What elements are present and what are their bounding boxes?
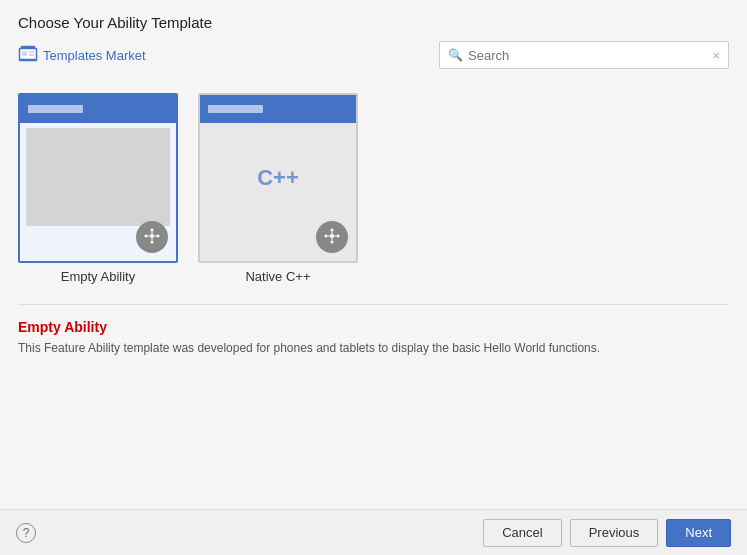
empty-ability-badge xyxy=(136,221,168,253)
svg-point-19 xyxy=(337,234,340,237)
description-text: This Feature Ability template was develo… xyxy=(18,339,729,357)
search-box[interactable]: 🔍 × xyxy=(439,41,729,69)
svg-point-7 xyxy=(151,228,154,231)
dialog-footer: ? Cancel Previous Next xyxy=(0,509,747,555)
template-thumbnail-empty xyxy=(18,93,178,263)
template-card-empty-ability[interactable]: Empty Ability xyxy=(18,93,178,284)
native-cpp-badge xyxy=(316,221,348,253)
svg-point-17 xyxy=(331,240,334,243)
svg-point-15 xyxy=(330,234,334,238)
template-label-empty: Empty Ability xyxy=(61,269,135,284)
footer-left: ? xyxy=(16,523,36,543)
svg-rect-5 xyxy=(29,54,34,56)
template-label-cpp: Native C++ xyxy=(245,269,310,284)
template-thumbnail-cpp: C++ xyxy=(198,93,358,263)
cancel-button[interactable]: Cancel xyxy=(483,519,561,547)
search-input[interactable] xyxy=(468,48,712,63)
svg-rect-4 xyxy=(29,51,34,53)
thumbnail-body-empty xyxy=(26,128,170,226)
svg-point-16 xyxy=(331,228,334,231)
native-cpp-badge-icon xyxy=(323,227,341,248)
toolbar-row: Templates Market 🔍 × xyxy=(18,41,729,69)
dialog-content: Empty Ability C++ xyxy=(0,87,747,509)
svg-point-9 xyxy=(145,234,148,237)
svg-point-18 xyxy=(325,234,328,237)
templates-market-label: Templates Market xyxy=(43,48,146,63)
templates-grid: Empty Ability C++ xyxy=(18,93,729,284)
search-icon: 🔍 xyxy=(448,48,463,62)
svg-point-10 xyxy=(157,234,160,237)
templates-market-icon xyxy=(18,45,38,66)
help-icon[interactable]: ? xyxy=(16,523,36,543)
previous-button[interactable]: Previous xyxy=(570,519,659,547)
svg-rect-3 xyxy=(22,51,27,56)
cpp-label: C++ xyxy=(257,165,299,191)
next-button[interactable]: Next xyxy=(666,519,731,547)
description-title: Empty Ability xyxy=(18,319,729,335)
svg-point-8 xyxy=(151,240,154,243)
empty-ability-badge-icon xyxy=(143,227,161,248)
dialog: Choose Your Ability Template Templates M… xyxy=(0,0,747,555)
header-bar-empty xyxy=(28,105,83,113)
dialog-header: Choose Your Ability Template Templates M… xyxy=(0,0,747,87)
footer-right: Cancel Previous Next xyxy=(483,519,731,547)
thumbnail-header-cpp xyxy=(200,95,356,123)
svg-point-6 xyxy=(150,234,154,238)
header-bar-cpp xyxy=(208,105,263,113)
clear-icon[interactable]: × xyxy=(712,48,720,63)
dialog-title: Choose Your Ability Template xyxy=(18,14,729,31)
thumbnail-header-empty xyxy=(20,95,176,123)
templates-market-link[interactable]: Templates Market xyxy=(18,45,146,66)
template-card-native-cpp[interactable]: C++ xyxy=(198,93,358,284)
description-section: Empty Ability This Feature Ability templ… xyxy=(18,304,729,367)
